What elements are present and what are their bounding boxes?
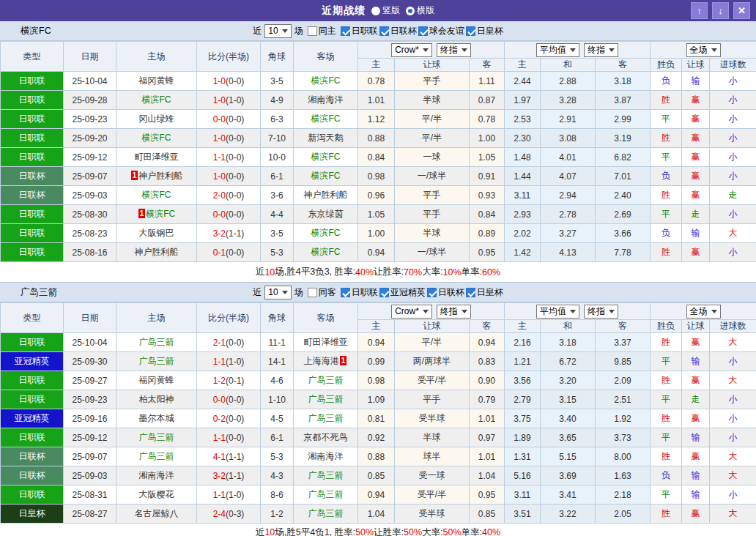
team-name-text: 广岛三箭 — [308, 375, 344, 385]
layout-radio-horizontal[interactable]: 横版 — [406, 4, 434, 17]
corner-cell: 4-5 — [261, 409, 294, 428]
result-goals-cell: 小 — [710, 485, 756, 505]
league-filter[interactable]: 日职联 — [341, 25, 378, 37]
checkbox-unchecked-icon[interactable] — [308, 288, 317, 297]
handicap-line: 平/半 — [395, 129, 470, 148]
filter-bar: 横滨FC 近 10 场 同主 日职联日联杯球会友谊日皇杯 — [0, 21, 756, 41]
league-filter-label: 日职联 — [352, 286, 378, 299]
radio-unchecked-icon[interactable] — [371, 7, 380, 15]
away-team-cell: 神户胜利船 — [294, 186, 358, 205]
checkbox-checked-icon[interactable] — [379, 288, 389, 297]
checkbox-checked-icon[interactable] — [427, 288, 437, 297]
league-filter-label: 日皇杯 — [477, 286, 503, 299]
league-filter[interactable]: 日皇杯 — [466, 25, 503, 37]
checkbox-checked-icon[interactable] — [466, 288, 475, 297]
result-outcome-cell: 负 — [651, 224, 682, 243]
home-team-cell: 大阪樱花 — [116, 485, 197, 505]
euro-draw-odds: 3.15 — [541, 390, 596, 409]
corner-cell: 6-1 — [261, 428, 294, 447]
same-venue-filter[interactable]: 同客 — [308, 286, 336, 299]
fulltime-select[interactable]: 全场 — [686, 305, 721, 319]
average-select[interactable]: 平均值 — [536, 43, 579, 57]
handicap-away-odds: 0.93 — [470, 186, 505, 205]
summary-segment: 大率: — [422, 266, 442, 278]
corner-cell: 3-6 — [261, 186, 294, 205]
move-down-button[interactable]: ↓ — [712, 2, 729, 19]
average-select[interactable]: 平均值 — [536, 305, 579, 319]
handicap-away-odds: 0.78 — [470, 110, 505, 129]
euro-home-odds: 2.93 — [505, 205, 541, 224]
checkbox-unchecked-icon[interactable] — [308, 26, 317, 36]
euro-away-odds: 8.00 — [596, 447, 651, 466]
handicap-line: 半球 — [395, 428, 470, 447]
fulltime-select[interactable]: 全场 — [686, 43, 721, 57]
result-handicap-cell: 赢 — [682, 148, 710, 167]
odds-stage-select[interactable]: 终指 — [437, 43, 471, 57]
radio-horizontal-label: 横版 — [417, 4, 434, 17]
league-filter[interactable]: 日职联 — [341, 286, 378, 299]
score-cell: 3-2(1-1) — [197, 224, 261, 243]
summary-segment: 60% — [482, 267, 500, 278]
league-filter[interactable]: 日皇杯 — [466, 286, 503, 299]
result-goals-cell: 小 — [710, 352, 756, 371]
average-stage-select[interactable]: 终指 — [584, 43, 618, 57]
team-name-text: 横滨FC — [311, 228, 341, 238]
league-filter[interactable]: 亚冠精英 — [379, 286, 426, 299]
result-handicap-cell: 赢 — [682, 91, 710, 110]
result-handicap-cell: 输 — [682, 352, 710, 371]
result-outcome-cell: 胜 — [651, 243, 682, 262]
halftime-score: (0-0) — [226, 133, 244, 144]
bookmaker-select[interactable]: Crow* — [391, 43, 432, 57]
corner-cell: 8-6 — [261, 485, 294, 505]
league-filter[interactable]: 日联杯 — [427, 286, 464, 299]
result-handicap-cell: 赢 — [682, 447, 710, 466]
recent-count-select[interactable]: 10 — [264, 286, 291, 299]
radio-checked-icon[interactable] — [406, 7, 415, 15]
average-stage-select[interactable]: 终指 — [584, 305, 618, 319]
halftime-score: (0-0) — [226, 152, 244, 163]
home-team-cell: 广岛三箭 — [116, 447, 197, 466]
result-outcome-cell: 胜 — [651, 371, 682, 390]
close-button[interactable]: ✕ — [733, 2, 750, 19]
fulltime-select-value: 全场 — [690, 44, 708, 56]
handicap-line: 平/半 — [395, 333, 470, 352]
handicap-home-odds: 0.84 — [358, 148, 395, 167]
match-date-cell: 25-09-16 — [64, 409, 116, 428]
league-filter[interactable]: 球会友谊 — [418, 25, 464, 37]
result-handicap-cell: 赢 — [682, 167, 710, 186]
result-outcome-cell: 胜 — [651, 186, 682, 205]
same-venue-filter[interactable]: 同主 — [308, 25, 336, 37]
halftime-score: (1-1) — [226, 471, 244, 481]
result-outcome-cell: 平 — [651, 110, 682, 129]
checkbox-checked-icon[interactable] — [341, 26, 350, 36]
league-filter-label: 日皇杯 — [477, 25, 503, 37]
match-row: 亚冠精英25-09-30广岛三箭1-1(1-0)14-1上海海港10.99两/两… — [1, 352, 756, 371]
bookmaker-select[interactable]: Crow* — [391, 305, 432, 319]
handicap-away-odds: 1.11 — [470, 72, 505, 91]
fulltime-score: 1-0 — [213, 171, 226, 182]
handicap-away-odds: 0.79 — [470, 390, 505, 409]
summary-segment: 让胜率: — [374, 526, 404, 536]
checkbox-checked-icon[interactable] — [341, 288, 350, 297]
team-name: 横滨FC — [21, 25, 51, 37]
checkbox-checked-icon[interactable] — [418, 26, 428, 36]
odds-stage-select[interactable]: 终指 — [437, 305, 471, 319]
handicap-away-odds: 0.95 — [470, 243, 505, 262]
league-filter[interactable]: 日联杯 — [379, 25, 417, 37]
handicap-line: 平手 — [395, 72, 470, 91]
score-cell: 0-0(0-0) — [197, 110, 261, 129]
move-up-button[interactable]: ↑ — [691, 2, 708, 19]
euro-home-odds: 1.97 — [505, 91, 541, 110]
fulltime-score: 3-2 — [213, 471, 226, 481]
match-date-cell: 25-09-30 — [64, 352, 116, 371]
col-header-date: 日期 — [64, 303, 116, 333]
match-date-cell: 25-10-04 — [64, 72, 116, 91]
result-goals-cell: 小 — [710, 243, 756, 262]
result-goals-cell: 大 — [710, 224, 756, 243]
team-name-text: 广岛三箭 — [139, 337, 174, 347]
layout-radio-vertical[interactable]: 竖版 — [371, 4, 400, 17]
recent-count-select[interactable]: 10 — [264, 24, 291, 38]
corner-cell: 10-0 — [261, 148, 294, 167]
checkbox-checked-icon[interactable] — [379, 26, 389, 36]
checkbox-checked-icon[interactable] — [466, 26, 475, 36]
